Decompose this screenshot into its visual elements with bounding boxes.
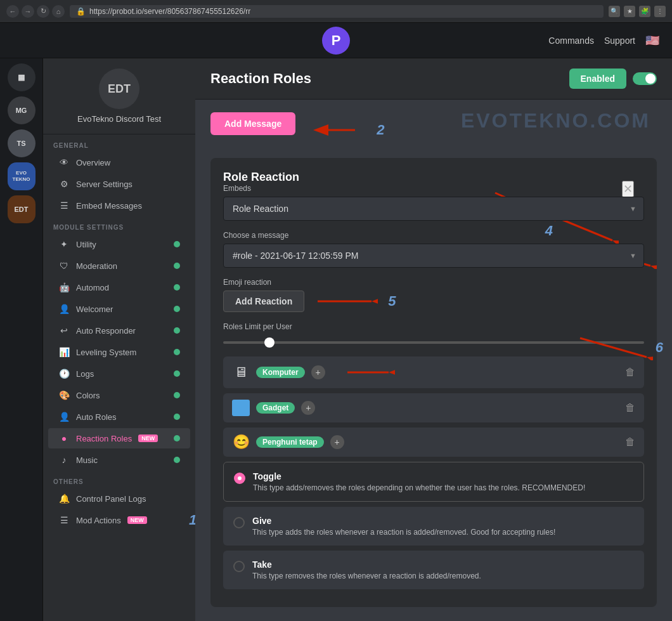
colors-icon: 🎨: [58, 389, 70, 401]
commands-link[interactable]: Commands: [548, 36, 594, 46]
sidebar-item-control-panel-logs-label: Control Panel Logs: [76, 494, 146, 504]
browser-actions: 🔍 ★ 🧩 ⋮: [609, 6, 666, 17]
page-title: Reaction Roles: [210, 70, 311, 87]
control-panel-logs-icon: 🔔: [58, 493, 70, 504]
radio-circle-give: [233, 517, 245, 528]
server-icon-edt[interactable]: EDT: [8, 195, 36, 223]
overview-icon: 👁: [58, 157, 70, 168]
emoji-reaction-label: Emoji reaction: [223, 278, 644, 287]
server-icon-evotekno[interactable]: EVOTEKNO: [8, 162, 36, 190]
annotation-arrow-2: [311, 121, 361, 140]
sidebar-item-automod[interactable]: 🤖 Automod: [48, 277, 190, 297]
sidebar-item-utility[interactable]: ✦ Utility: [48, 234, 190, 254]
server-icon-mg[interactable]: MG: [8, 96, 36, 124]
sidebar-item-leveling-system[interactable]: 📊 Leveling System: [48, 342, 190, 362]
add-role-button-1[interactable]: +: [301, 401, 315, 415]
delete-row-button-2[interactable]: 🗑: [625, 436, 635, 448]
sidebar-item-logs[interactable]: 🕐 Logs: [48, 363, 190, 384]
leveling-system-icon: 📊: [58, 346, 70, 358]
add-role-button-2[interactable]: +: [330, 435, 344, 449]
home-button[interactable]: ⌂: [52, 5, 65, 18]
enabled-toggle-group: Enabled: [569, 69, 657, 89]
server-icon-main[interactable]: ▦: [8, 63, 36, 91]
radio-toggle-desc: This type adds/removes the roles dependi…: [253, 483, 585, 492]
role-tag-2: Penghuni tetap: [256, 436, 324, 448]
sidebar-item-welcomer-label: Welcomer: [76, 304, 113, 314]
annotation-2: 2: [377, 122, 384, 138]
menu-icon[interactable]: ⋮: [654, 6, 666, 17]
add-reaction-button[interactable]: Add Reaction: [223, 291, 304, 312]
toggle-switch[interactable]: [633, 72, 657, 85]
mod-actions-new-badge: NEW: [127, 516, 147, 524]
sidebar-item-mod-actions[interactable]: ☰ Mod Actions NEW: [48, 510, 190, 530]
delete-row-button-1[interactable]: 🗑: [625, 402, 635, 414]
auto-roles-status-dot: [174, 414, 180, 420]
others-section-label: OTHERS: [43, 471, 195, 488]
welcomer-status-dot: [174, 306, 180, 312]
radio-option-take[interactable]: Take This type removes the roles wheneve…: [223, 551, 644, 589]
search-icon[interactable]: 🔍: [609, 6, 620, 17]
sidebar-item-server-settings-label: Server Settings: [76, 180, 132, 189]
refresh-button[interactable]: ↻: [37, 5, 49, 18]
forward-button[interactable]: →: [22, 5, 34, 18]
reaction-emoji-0: 🖥: [232, 364, 250, 381]
roles-limit-slider[interactable]: [223, 341, 644, 344]
sidebar-item-colors[interactable]: 🎨 Colors: [48, 385, 190, 405]
add-message-button[interactable]: Add Message: [210, 112, 295, 135]
probot-logo: P: [322, 27, 350, 55]
sidebar-item-auto-responder[interactable]: ↩ Auto Responder: [48, 320, 190, 341]
language-flag[interactable]: 🇺🇸: [645, 34, 659, 48]
main-layout: ▦ MG TS EVOTEKNO EDT EDT EvoTekno Discor…: [0, 58, 672, 621]
annotation-arrow-5: [314, 292, 378, 311]
choose-message-select[interactable]: #role - 2021-06-17 12:05:59 PM: [223, 244, 644, 268]
choose-message-select-wrapper: #role - 2021-06-17 12:05:59 PM: [223, 244, 644, 268]
module-settings-section-label: MODULE SETTINGS: [43, 216, 195, 233]
add-role-button-0[interactable]: +: [311, 365, 325, 379]
radio-option-give[interactable]: Give This type adds the roles whenever a…: [223, 507, 644, 546]
sidebar-item-music[interactable]: ♪ Music: [48, 450, 190, 470]
sidebar-item-moderation-label: Moderation: [76, 261, 117, 271]
logs-icon: 🕐: [58, 368, 70, 379]
sidebar-item-embed-messages[interactable]: ☰ Embed Messages: [48, 195, 190, 216]
automod-icon: 🤖: [58, 282, 70, 293]
moderation-icon: 🛡: [58, 260, 70, 271]
general-section-label: GENERAL: [43, 134, 195, 152]
back-button[interactable]: ←: [6, 5, 19, 18]
auto-responder-status-dot: [174, 327, 180, 334]
extension-icon[interactable]: 🧩: [639, 6, 650, 17]
choose-message-label: Choose a message: [223, 231, 644, 240]
enabled-button[interactable]: Enabled: [569, 69, 626, 89]
sidebar-item-moderation[interactable]: 🛡 Moderation: [48, 256, 190, 276]
embeds-select[interactable]: Role Reaction: [223, 197, 644, 221]
watermark: EVOTEKNO.COM: [461, 109, 650, 133]
delete-row-button-0[interactable]: 🗑: [625, 367, 635, 378]
support-link[interactable]: Support: [604, 36, 635, 46]
sidebar-item-server-settings[interactable]: ⚙ Server Settings: [48, 174, 190, 194]
reaction-row-1: Gadget + 🗑: [223, 393, 644, 422]
annotation-arrow-row: [344, 363, 395, 382]
radio-option-toggle[interactable]: Toggle This type adds/removes the roles …: [223, 462, 644, 502]
address-bar[interactable]: 🔒 https://probot.io/server/8056378674555…: [70, 5, 604, 18]
server-icon-ts[interactable]: TS: [8, 129, 36, 157]
left-navigation: EDT EvoTekno Discord Test GENERAL 👁 Over…: [43, 58, 195, 621]
radio-toggle-title: Toggle: [253, 471, 585, 481]
logs-status-dot: [174, 370, 180, 377]
server-sidebar: ▦ MG TS EVOTEKNO EDT: [0, 58, 43, 621]
close-panel-button[interactable]: ✕: [622, 181, 634, 197]
user-name-label: EvoTekno Discord Test: [77, 114, 161, 124]
sidebar-item-overview[interactable]: 👁 Overview: [48, 152, 190, 173]
sidebar-item-auto-roles[interactable]: 👤 Auto Roles: [48, 407, 190, 427]
sidebar-item-overview-label: Overview: [76, 158, 110, 167]
sidebar-item-reaction-roles-label: Reaction Roles: [76, 434, 132, 443]
embeds-select-wrapper: Role Reaction: [223, 197, 644, 221]
sidebar-item-welcomer[interactable]: 👤 Welcomer: [48, 299, 190, 319]
sidebar-item-colors-label: Colors: [76, 391, 100, 400]
bookmark-icon[interactable]: ★: [624, 6, 635, 17]
sidebar-item-control-panel-logs[interactable]: 🔔 Control Panel Logs: [48, 488, 190, 509]
page-header: Reaction Roles Enabled: [195, 58, 672, 100]
server-icon-main-label: ▦: [18, 73, 25, 82]
role-tag-1: Gadget: [256, 402, 295, 414]
auto-responder-icon: ↩: [58, 325, 70, 336]
embeds-group: Embeds Role Reaction: [223, 184, 644, 221]
sidebar-item-reaction-roles[interactable]: ● Reaction Roles NEW: [48, 428, 190, 448]
